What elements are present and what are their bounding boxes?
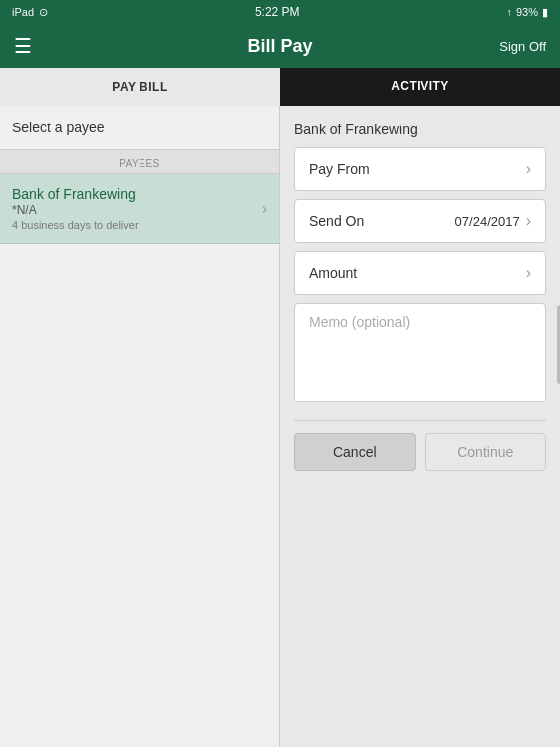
payees-header: PAYEES bbox=[0, 150, 279, 174]
memo-placeholder: Memo (optional) bbox=[309, 314, 410, 330]
main-content: Select a payee PAYEES Bank of Frankewing… bbox=[0, 106, 560, 747]
battery-percent: 93% bbox=[516, 6, 538, 18]
status-right: ↑ 93% ▮ bbox=[506, 6, 548, 19]
pay-from-field[interactable]: Pay From › bbox=[294, 147, 546, 191]
send-on-value: 07/24/2017 › bbox=[455, 212, 531, 230]
battery-icon: ▮ bbox=[542, 6, 548, 19]
tab-pay-bill[interactable]: PAY BILL bbox=[0, 68, 280, 106]
ipad-label: iPad bbox=[12, 6, 34, 18]
status-bar: iPad ⊙ 5:22 PM ↑ 93% ▮ bbox=[0, 0, 560, 24]
location-icon: ↑ bbox=[506, 6, 512, 18]
sign-off-button[interactable]: Sign Off bbox=[499, 39, 546, 54]
right-panel: Bank of Frankewing Pay From › Send On 07… bbox=[280, 106, 560, 747]
send-on-chevron-icon: › bbox=[526, 212, 531, 230]
payee-delivery: 4 business days to deliver bbox=[12, 219, 139, 231]
menu-icon[interactable]: ☰ bbox=[14, 34, 32, 58]
payee-account: *N/A bbox=[12, 203, 139, 217]
payee-info: Bank of Frankewing *N/A 4 business days … bbox=[12, 186, 139, 231]
cancel-button[interactable]: Cancel bbox=[294, 433, 416, 471]
app-title: Bill Pay bbox=[247, 36, 312, 57]
divider bbox=[294, 420, 546, 421]
select-payee-label: Select a payee bbox=[0, 106, 279, 150]
amount-label: Amount bbox=[309, 265, 357, 281]
pay-from-chevron-icon: › bbox=[526, 160, 531, 178]
payee-chevron-icon: › bbox=[262, 200, 267, 218]
payee-name: Bank of Frankewing bbox=[12, 186, 139, 202]
continue-button[interactable]: Continue bbox=[425, 433, 547, 471]
send-on-label: Send On bbox=[309, 213, 364, 229]
tab-bar: PAY BILL ACTIVITY bbox=[0, 68, 560, 106]
amount-field[interactable]: Amount › bbox=[294, 251, 546, 295]
button-row: Cancel Continue bbox=[294, 433, 546, 471]
tab-activity[interactable]: ACTIVITY bbox=[280, 68, 560, 106]
amount-chevron-icon: › bbox=[526, 264, 531, 282]
status-left: iPad ⊙ bbox=[12, 6, 48, 19]
app-header: ☰ Bill Pay Sign Off bbox=[0, 24, 560, 68]
wifi-icon: ⊙ bbox=[39, 6, 48, 19]
left-panel: Select a payee PAYEES Bank of Frankewing… bbox=[0, 106, 280, 747]
selected-payee-title: Bank of Frankewing bbox=[294, 122, 546, 137]
status-time: 5:22 PM bbox=[255, 5, 300, 19]
pay-from-label: Pay From bbox=[309, 161, 370, 177]
payee-item[interactable]: Bank of Frankewing *N/A 4 business days … bbox=[0, 174, 279, 244]
memo-field[interactable]: Memo (optional) bbox=[294, 303, 546, 402]
send-on-field[interactable]: Send On 07/24/2017 › bbox=[294, 199, 546, 243]
